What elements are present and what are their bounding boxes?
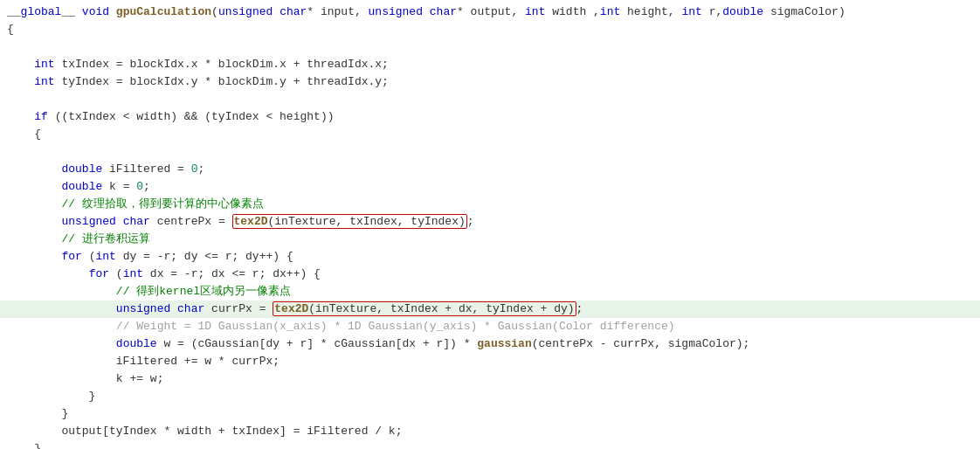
code-line: for (int dx = -r; dx <= r; dx++) {	[0, 266, 980, 283]
line-content: for (int dy = -r; dy <= r; dy++) {	[0, 248, 293, 266]
code-line: // 得到kernel区域内另一像素点	[0, 283, 980, 300]
code-line: // 纹理拾取，得到要计算的中心像素点	[0, 196, 980, 213]
line-content: // Weight = 1D Gaussian(x_axis) * 1D Gau…	[0, 318, 675, 335]
code-line: double w = (cGaussian[dy + r] * cGaussia…	[0, 335, 980, 353]
code-line	[0, 143, 980, 161]
code-line: {	[0, 21, 980, 38]
line-content: }	[0, 405, 68, 423]
code-line: output[tyIndex * width + txIndex] = iFil…	[0, 423, 980, 440]
line-content: }	[0, 388, 95, 405]
code-line: }	[0, 388, 980, 405]
line-content: }	[0, 440, 41, 449]
code-container: __global__ void gpuCalculation(unsigned …	[0, 0, 980, 449]
code-line: k += w;	[0, 370, 980, 388]
line-content: // 进行卷积运算	[0, 231, 150, 248]
code-line: }	[0, 405, 980, 423]
line-content: // 纹理拾取，得到要计算的中心像素点	[0, 196, 264, 213]
code-line: double iFiltered = 0;	[0, 161, 980, 178]
code-line	[0, 91, 980, 108]
line-content: // 得到kernel区域内另一像素点	[0, 283, 291, 300]
code-line: {	[0, 126, 980, 143]
line-content: k += w;	[0, 370, 163, 388]
code-line: unsigned char centrePx = tex2D(inTexture…	[0, 213, 980, 231]
code-line	[0, 38, 980, 56]
code-line: unsigned char currPx = tex2D(inTexture, …	[0, 300, 980, 318]
line-content: {	[0, 21, 14, 38]
line-content: iFiltered += w * currPx;	[0, 353, 280, 370]
line-content: int txIndex = blockIdx.x * blockDim.x + …	[0, 56, 389, 73]
code-line: double k = 0;	[0, 178, 980, 196]
code-line: // 进行卷积运算	[0, 231, 980, 248]
code-line: int txIndex = blockIdx.x * blockDim.x + …	[0, 56, 980, 73]
line-content: {	[0, 126, 41, 143]
line-content: double w = (cGaussian[dy + r] * cGaussia…	[0, 335, 749, 353]
line-content: for (int dx = -r; dx <= r; dx++) {	[0, 266, 321, 283]
line-content: double iFiltered = 0;	[0, 161, 204, 178]
code-line: iFiltered += w * currPx;	[0, 353, 980, 370]
code-line: for (int dy = -r; dy <= r; dy++) {	[0, 248, 980, 266]
line-content: double k = 0;	[0, 178, 150, 196]
code-line: int tyIndex = blockIdx.y * blockDim.y + …	[0, 73, 980, 91]
code-line: }	[0, 440, 980, 449]
line-content: output[tyIndex * width + txIndex] = iFil…	[0, 423, 402, 440]
line-content: if ((txIndex < width) && (tyIndex < heig…	[0, 108, 334, 126]
line-content: int tyIndex = blockIdx.y * blockDim.y + …	[0, 73, 389, 91]
code-line: if ((txIndex < width) && (tyIndex < heig…	[0, 108, 980, 126]
line-content: unsigned char currPx = tex2D(inTexture, …	[0, 300, 583, 318]
line-content: unsigned char centrePx = tex2D(inTexture…	[0, 213, 474, 231]
code-line: // Weight = 1D Gaussian(x_axis) * 1D Gau…	[0, 318, 980, 335]
line-content: __global__ void gpuCalculation(unsigned …	[0, 3, 845, 21]
code-line: __global__ void gpuCalculation(unsigned …	[0, 3, 980, 21]
